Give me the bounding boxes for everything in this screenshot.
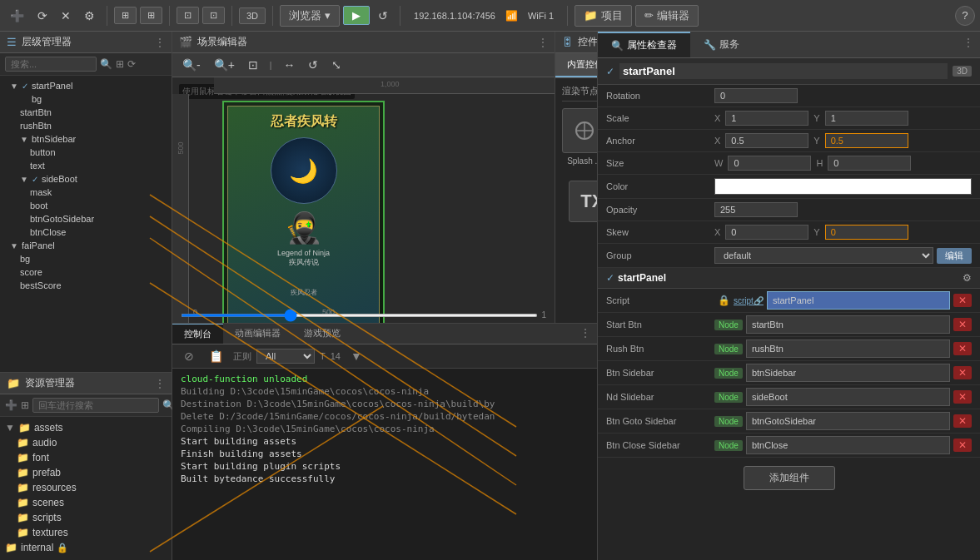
color-swatch[interactable] [714,178,972,195]
tree-node-score[interactable]: score [0,265,172,279]
refresh-icon[interactable]: ⟳ [127,58,136,70]
tree-node-btnclose[interactable]: btnClose [0,225,172,239]
asset-item-font[interactable]: 📁 font [0,450,172,465]
scene-canvas[interactable]: 使用鼠标右键平移窗口焦点,使用滚轮缩放视图 1,000 500 忍者疾风转 [172,77,555,323]
tree-node-bg2[interactable]: bg [0,252,172,265]
group-edit-btn[interactable]: 编辑 [937,248,972,264]
scale-x-input[interactable] [725,111,808,126]
search-icon[interactable]: 🔍 [100,58,112,70]
move-tool[interactable]: ↔ [278,56,300,74]
opacity-input[interactable] [714,202,798,217]
asset-item-assets[interactable]: ▼ 📁 assets [0,420,172,435]
btn-sidebar-input[interactable] [746,364,950,382]
tree-node-sideboot[interactable]: ▼ ✓ sideBoot [0,172,172,186]
asset-item-internal[interactable]: 📁 internal 🔒 [0,540,172,555]
node-name-input[interactable] [619,63,948,79]
reload-button[interactable]: ⟳ [32,7,52,25]
zoom-slider[interactable] [181,314,538,317]
tab-properties[interactable]: 🔍 属性检查器 [598,32,690,57]
rotate-tool[interactable]: ↺ [303,56,323,74]
nd-sidebar-del[interactable]: ✕ [953,390,972,404]
tree-node-bg[interactable]: bg [0,92,172,106]
asset-item-scenes[interactable]: 📁 scenes [0,495,172,510]
tree-node-btngotosidebar[interactable]: btnGotoSidebar [0,212,172,225]
asset-item-textures[interactable]: 📁 textures [0,525,172,540]
skew-x-input[interactable] [725,225,808,240]
close-button[interactable]: ✕ [56,7,76,25]
rush-btn-del[interactable]: ✕ [953,342,972,355]
script-link[interactable]: script🔗 [734,296,764,305]
anchor-x-input[interactable] [725,133,808,148]
filter-icon[interactable]: ⊞ [116,58,124,70]
help-button[interactable]: ? [955,6,975,26]
start-btn-del[interactable]: ✕ [953,318,972,331]
anchor-y-input[interactable] [825,133,908,148]
console-tab-preview[interactable]: 游戏预览 [292,324,352,344]
threed-button[interactable]: 3D [239,7,266,24]
group-select[interactable]: default [714,247,933,264]
scale-tool[interactable]: ⤡ [326,56,346,74]
zoom-fit-btn[interactable]: ⊡ [243,56,263,74]
refresh-button[interactable]: ↺ [373,7,393,25]
console-tab-animation[interactable]: 动画编辑器 [223,324,292,344]
add-component-btn[interactable]: 添加组件 [744,466,835,490]
tree-node-btnsidebar[interactable]: ▼ btnSidebar [0,132,172,146]
asset-item-prefab[interactable]: 📁 prefab [0,465,172,480]
zoom-in-btn[interactable]: 🔍+ [209,56,240,74]
size-w-input[interactable] [728,156,811,171]
project-button[interactable]: 📁 项目 [575,5,632,27]
size-h-input[interactable] [828,156,911,171]
zoom-out-btn[interactable]: 🔍- [177,56,206,74]
script-value-input[interactable] [767,291,950,310]
gizmo2-button[interactable]: ⊡ [202,7,225,24]
asset-search-input[interactable] [32,398,159,413]
console-filter-btn[interactable]: 📋 [204,347,228,365]
asset-sort-icon[interactable]: ⊞ [21,399,29,411]
console-menu-icon[interactable]: ⋮ [574,324,597,344]
tree-node-startbtn[interactable]: startBtn [0,106,172,119]
rush-btn-input[interactable] [746,339,950,358]
skew-y-input[interactable] [825,225,908,240]
browser-button[interactable]: 浏览器 ▾ [280,5,340,27]
gizmo-button[interactable]: ⊡ [177,7,199,24]
tree-node-faipanel[interactable]: ▼ faiPanel [0,239,172,252]
tree-node-boot[interactable]: boot [0,199,172,212]
tree-node-bestscore[interactable]: bestScore [0,279,172,292]
tree-node-mask[interactable]: mask [0,186,172,199]
tab-services[interactable]: 🔧 服务 [690,32,753,57]
asset-add-icon[interactable]: ➕ [5,399,17,411]
add3-button[interactable]: ⊞ [140,7,162,24]
add-button[interactable]: ➕ [5,7,29,25]
asset-item-audio[interactable]: 📁 audio [0,435,172,450]
close-sidebar-input[interactable] [746,436,950,454]
goto-sidebar-del[interactable]: ✕ [953,414,972,428]
props-menu-icon[interactable]: ⋮ [957,32,980,57]
asset-menu-icon[interactable]: ⋮ [155,378,165,389]
console-scroll-btn[interactable]: ▼ [346,347,367,365]
tree-node-button[interactable]: button [0,146,172,159]
settings-button[interactable]: ⚙ [79,7,100,25]
btn-sidebar-del[interactable]: ✕ [953,366,972,379]
rotation-input[interactable] [714,88,798,103]
console-tab-console[interactable]: 控制台 [172,324,223,344]
layer-menu-icon[interactable]: ⋮ [155,37,165,48]
console-clear-btn[interactable]: ⊘ [179,347,199,365]
play-button[interactable]: ▶ [343,6,370,25]
tree-node-rushbtn[interactable]: rushBtn [0,119,172,132]
console-filter-select[interactable]: All [256,349,315,364]
close-sidebar-del[interactable]: ✕ [953,439,972,452]
editor-button[interactable]: ✏ 编辑器 [635,5,699,27]
tree-node-startpanel[interactable]: ▼ ✓ startPanel [0,79,172,92]
scene-menu-icon[interactable]: ⋮ [538,37,548,48]
script-del-btn[interactable]: ✕ [953,294,972,307]
lock-field-icon[interactable]: 🔒 [718,295,730,306]
add2-button[interactable]: ⊞ [114,7,137,24]
asset-item-scripts[interactable]: 📁 scripts [0,510,172,525]
nd-sidebar-input[interactable] [746,388,950,406]
tree-node-text[interactable]: text [0,159,172,172]
search-input[interactable] [5,57,97,72]
asset-item-resources[interactable]: 📁 resources [0,480,172,495]
start-btn-input[interactable] [746,315,950,334]
script-section-gear[interactable]: ⚙ [963,272,972,284]
goto-sidebar-input[interactable] [746,412,950,430]
